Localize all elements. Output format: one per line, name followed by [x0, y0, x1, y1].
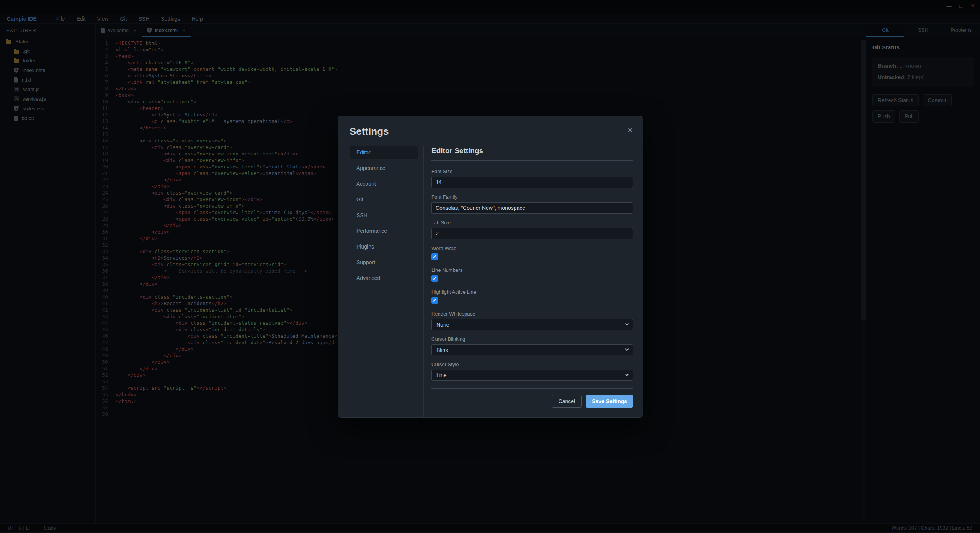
close-icon[interactable]: ✕ [627, 126, 633, 134]
tab-size-input[interactable]: 2 [431, 228, 633, 239]
save-settings-button[interactable]: Save Settings [586, 395, 633, 408]
word-wrap-checkbox[interactable]: ✓ [431, 253, 438, 260]
field-label: Cursor Blinking [431, 336, 633, 342]
footer-divider [431, 388, 633, 389]
field-font-family: Font FamilyConsolas, "Courier New", mono… [431, 194, 633, 214]
font-size-input[interactable]: 14 [431, 177, 633, 188]
field-label: Font Family [431, 194, 633, 200]
field-tab-size: Tab Size2 [431, 220, 633, 239]
settings-tabs: EditorAppearanceAccountGitSSHPerformance… [350, 146, 418, 417]
field-label: Highlight Active Line [431, 289, 633, 295]
field-label: Line Numbers [431, 267, 633, 273]
settings-modal: Settings ✕ EditorAppearanceAccountGitSSH… [338, 116, 643, 418]
settings-tab-editor[interactable]: Editor [350, 146, 418, 159]
line-numbers-checkbox[interactable]: ✓ [431, 275, 438, 282]
app-window: —□✕ Campie IDE FileEditViewGitSSHSetting… [0, 0, 980, 533]
field-cursor-blinking: Cursor BlinkingBlink [431, 336, 633, 355]
field-render-whitespace: Render WhitespaceNone [431, 311, 633, 330]
settings-fields: Font Size14Font FamilyConsolas, "Courier… [431, 168, 633, 387]
field-label: Cursor Style [431, 361, 633, 367]
settings-tab-account[interactable]: Account [350, 177, 418, 191]
cancel-button[interactable]: Cancel [552, 395, 582, 408]
field-word-wrap: Word Wrap✓ [431, 245, 633, 260]
chevron-down-icon [625, 373, 629, 376]
highlight-active-line-checkbox[interactable]: ✓ [431, 297, 438, 304]
settings-content: Editor Settings Font Size14Font FamilyCo… [423, 146, 633, 417]
field-font-size: Font Size14 [431, 168, 633, 188]
render-whitespace-select[interactable]: None [431, 319, 633, 330]
settings-modal-header: Settings ✕ [338, 116, 643, 144]
section-title: Editor Settings [431, 146, 633, 155]
modal-footer: Cancel Save Settings [431, 395, 633, 412]
settings-tab-ssh[interactable]: SSH [350, 209, 418, 222]
field-highlight-active-line: Highlight Active Line✓ [431, 289, 633, 304]
field-label: Render Whitespace [431, 311, 633, 317]
settings-tab-plugins[interactable]: Plugins [350, 240, 418, 253]
select-value: Blink [436, 347, 626, 353]
settings-tab-support[interactable]: Support [350, 256, 418, 269]
field-cursor-style: Cursor StyleLine [431, 361, 633, 381]
section-divider [431, 160, 633, 161]
settings-modal-title: Settings [350, 126, 632, 137]
settings-tab-performance[interactable]: Performance [350, 224, 418, 238]
font-family-input[interactable]: Consolas, "Courier New", monospace [431, 202, 633, 214]
select-value: Line [436, 372, 626, 378]
chevron-down-icon [625, 347, 629, 351]
cursor-blinking-select[interactable]: Blink [431, 344, 633, 355]
select-value: None [436, 322, 626, 328]
settings-tab-git[interactable]: Git [350, 193, 418, 206]
field-line-numbers: Line Numbers✓ [431, 267, 633, 282]
cursor-style-select[interactable]: Line [431, 370, 633, 381]
chevron-down-icon [625, 322, 629, 326]
settings-tab-advanced[interactable]: Advanced [350, 271, 418, 285]
field-label: Tab Size [431, 220, 633, 226]
field-label: Font Size [431, 168, 633, 174]
field-label: Word Wrap [431, 245, 633, 251]
settings-tab-appearance[interactable]: Appearance [350, 162, 418, 175]
